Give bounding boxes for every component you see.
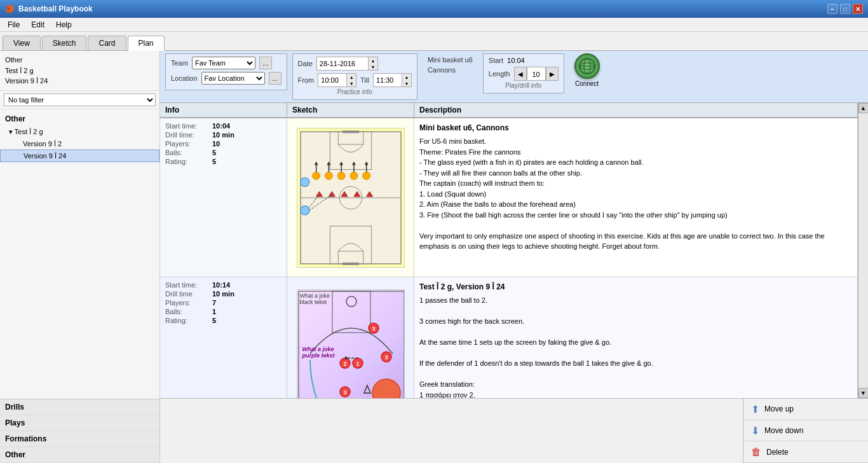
length-label: Length [489, 70, 510, 78]
move-up-button[interactable]: ⬆ Move up [743, 399, 868, 420]
scroll-down-button[interactable]: ▼ [858, 388, 869, 398]
tab-card[interactable]: Card [88, 36, 126, 50]
date-input[interactable] [317, 59, 368, 69]
row2-info-cell: Start time:10:14 Drill time10 min Player… [160, 277, 287, 398]
date-spinner[interactable]: ▲ ▼ [316, 57, 378, 71]
delete-label: Delete [766, 448, 789, 457]
table-body[interactable]: Start time:10:04 Drill time:10 min Playe… [160, 118, 858, 398]
connect-button[interactable] [574, 53, 600, 79]
move-down-icon: ⬇ [751, 425, 759, 437]
close-button[interactable]: ✕ [853, 4, 863, 14]
players-label-r1: Players: [165, 140, 210, 148]
svg-rect-9 [342, 130, 359, 133]
date-block: Date ▲ ▼ From [292, 53, 417, 100]
desc-title-r2: Test Î 2 g, Version 9 Î 24 [419, 281, 852, 293]
tree-other-header[interactable]: Other [0, 112, 159, 126]
svg-point-17 [362, 172, 370, 179]
court-svg-r1 [297, 128, 405, 268]
location-edit-button[interactable]: … [269, 72, 281, 85]
sidebar-section-drills[interactable]: Drills [0, 399, 159, 415]
sidebar-top: Other Test Î 2 g Version 9 Î 24 [0, 51, 159, 91]
from-up-button[interactable]: ▲ [347, 74, 356, 80]
bottom-spacer [160, 399, 743, 463]
tab-plan[interactable]: Plan [128, 36, 165, 51]
connect-label: Connect [575, 80, 599, 87]
bottom-area: ⬆ Move up ⬇ Move down 🗑 Delete [160, 398, 868, 463]
rating-val-r2: 5 [212, 317, 216, 324]
tree-version2[interactable]: Version 9 Î 24 [0, 149, 159, 162]
delete-icon: 🗑 [751, 446, 761, 458]
svg-point-33 [300, 205, 309, 214]
desc-text-r2: 1 passes the ball to 2. 3 comes high for… [419, 295, 852, 398]
from-spinner[interactable]: ▲ ▼ [318, 73, 356, 87]
col-header-info: Info [160, 103, 287, 117]
date-down-button[interactable]: ▼ [369, 64, 377, 70]
tree-version1[interactable]: Version 9 Î 2 [0, 138, 159, 149]
mini-basket-label: Mini basket u6 [428, 56, 473, 64]
tag-filter-select[interactable]: No tag filter [4, 93, 156, 106]
start-label: Start [489, 57, 503, 64]
start-time-label-r2: Start time: [165, 281, 210, 289]
rating-label-r2: Rating: [165, 317, 210, 324]
sidebar-section-other[interactable]: Other [0, 447, 159, 463]
team-edit-button[interactable]: … [259, 57, 272, 69]
practice-bar: Team Fav Team … Location Fav Location … [160, 51, 868, 103]
menu-file[interactable]: File [3, 19, 25, 31]
length-prev-button[interactable]: ◀ [514, 67, 527, 81]
players-val-r1: 10 [212, 140, 220, 148]
svg-point-14 [325, 172, 332, 179]
menu-edit[interactable]: Edit [26, 19, 50, 31]
scrollbar[interactable]: ▲ ▼ [858, 103, 868, 398]
svg-text:3: 3 [343, 389, 346, 396]
tree-test-label[interactable]: ▾ Test Î 2 g [0, 126, 159, 138]
move-down-button[interactable]: ⬇ Move down [743, 420, 868, 442]
scroll-track[interactable] [858, 113, 868, 388]
tab-bar: View Sketch Card Plan [0, 32, 868, 51]
balls-label-r2: Balls: [165, 308, 210, 315]
app-icon: 🏀 [5, 4, 15, 13]
from-down-button[interactable]: ▼ [347, 80, 356, 86]
team-select[interactable]: Fav Team [192, 57, 255, 69]
menu-help[interactable]: Help [51, 19, 77, 31]
length-spinner[interactable]: ◀ 10 ▶ [514, 67, 559, 81]
tab-sketch[interactable]: Sketch [42, 36, 87, 50]
sidebar-section-plays[interactable]: Plays [0, 415, 159, 431]
players-label-r2: Players: [165, 299, 210, 307]
svg-text:2: 2 [343, 361, 346, 367]
minimize-button[interactable]: − [827, 4, 837, 14]
till-down-button[interactable]: ▼ [402, 80, 411, 86]
delete-button[interactable]: 🗑 Delete [743, 441, 868, 463]
maximize-button[interactable]: □ [840, 4, 850, 14]
sidebar: Other Test Î 2 g Version 9 Î 24 No tag f… [0, 51, 160, 463]
sidebar-sections: Drills Plays Formations Other [0, 399, 159, 463]
till-input[interactable] [374, 75, 402, 85]
svg-point-39 [346, 296, 356, 307]
start-value: 10:04 [507, 57, 525, 64]
row2-desc-cell: Test Î 2 g, Version 9 Î 24 1 passes the … [414, 277, 858, 398]
sidebar-test-label: Test Î 2 g [5, 66, 154, 76]
from-input[interactable] [318, 75, 346, 85]
rating-val-r1: 5 [212, 158, 216, 165]
svg-marker-50 [364, 385, 370, 393]
sidebar-section-formations[interactable]: Formations [0, 431, 159, 447]
desc-text-r1: For U5-6 mini basket. Theme: Pirates Fir… [419, 136, 852, 252]
svg-point-13 [312, 172, 320, 179]
col-header-description: Description [414, 103, 858, 117]
drill-time-val-r2: 10 min [212, 290, 234, 298]
scroll-up-button[interactable]: ▲ [858, 103, 869, 113]
balls-val-r2: 1 [212, 308, 216, 315]
balls-label-r1: Balls: [165, 149, 210, 156]
team-label: Team [171, 59, 188, 67]
move-down-label: Move down [764, 426, 803, 435]
till-up-button[interactable]: ▲ [402, 74, 411, 80]
length-next-button[interactable]: ▶ [546, 67, 559, 81]
svg-text:3: 3 [384, 354, 388, 361]
till-spinner[interactable]: ▲ ▼ [373, 73, 412, 87]
svg-point-15 [337, 172, 345, 179]
date-up-button[interactable]: ▲ [369, 57, 377, 64]
desc-title-r1: Mini basket u6, Cannons [419, 122, 852, 134]
start-time-val-r1: 10:04 [212, 122, 230, 130]
tab-view[interactable]: View [3, 36, 41, 50]
location-select[interactable]: Fav Location [201, 72, 265, 85]
row2-sketch-cell: What a jokeblack tekst [287, 277, 414, 398]
